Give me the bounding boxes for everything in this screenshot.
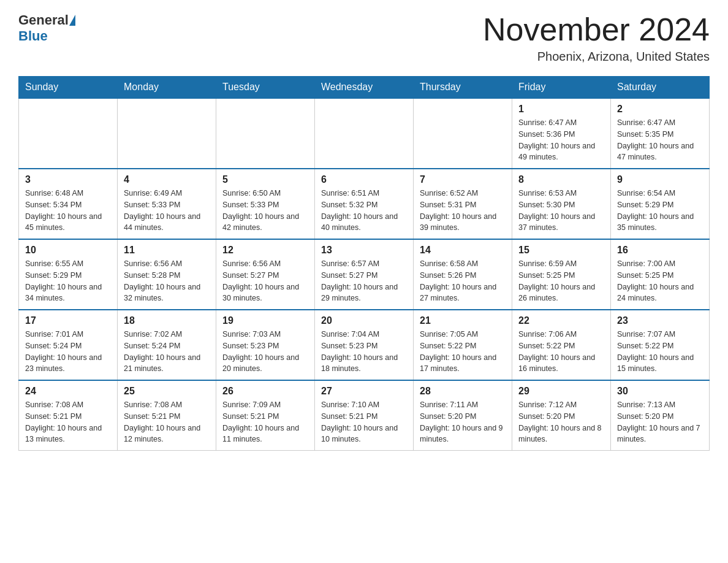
logo-triangle-icon xyxy=(69,15,75,26)
day-number: 2 xyxy=(617,104,703,115)
calendar-day-cell: 3Sunrise: 6:48 AM Sunset: 5:34 PM Daylig… xyxy=(19,169,118,239)
calendar-day-cell xyxy=(118,98,216,169)
day-info: Sunrise: 6:56 AM Sunset: 5:27 PM Dayligh… xyxy=(222,258,308,304)
calendar-day-cell: 22Sunrise: 7:06 AM Sunset: 5:22 PM Dayli… xyxy=(512,310,611,380)
day-info: Sunrise: 7:08 AM Sunset: 5:21 PM Dayligh… xyxy=(124,399,210,445)
day-number: 12 xyxy=(222,245,308,256)
day-number: 20 xyxy=(321,315,407,326)
calendar-week-row: 3Sunrise: 6:48 AM Sunset: 5:34 PM Daylig… xyxy=(19,169,710,239)
calendar-day-cell: 18Sunrise: 7:02 AM Sunset: 5:24 PM Dayli… xyxy=(118,310,216,380)
calendar-day-cell: 27Sunrise: 7:10 AM Sunset: 5:21 PM Dayli… xyxy=(315,380,414,451)
calendar-week-row: 24Sunrise: 7:08 AM Sunset: 5:21 PM Dayli… xyxy=(19,380,710,451)
day-info: Sunrise: 7:05 AM Sunset: 5:22 PM Dayligh… xyxy=(420,329,506,375)
calendar-day-cell: 26Sunrise: 7:09 AM Sunset: 5:21 PM Dayli… xyxy=(216,380,315,451)
day-number: 17 xyxy=(25,315,111,326)
day-number: 27 xyxy=(321,386,407,397)
calendar-day-cell: 30Sunrise: 7:13 AM Sunset: 5:20 PM Dayli… xyxy=(611,380,710,451)
calendar-day-cell: 20Sunrise: 7:04 AM Sunset: 5:23 PM Dayli… xyxy=(315,310,414,380)
day-info: Sunrise: 7:00 AM Sunset: 5:25 PM Dayligh… xyxy=(617,258,703,304)
day-number: 6 xyxy=(321,174,407,185)
calendar-day-cell: 28Sunrise: 7:11 AM Sunset: 5:20 PM Dayli… xyxy=(414,380,512,451)
calendar-table: SundayMondayTuesdayWednesdayThursdayFrid… xyxy=(18,76,710,451)
day-info: Sunrise: 6:47 AM Sunset: 5:35 PM Dayligh… xyxy=(617,117,703,163)
calendar-day-cell: 24Sunrise: 7:08 AM Sunset: 5:21 PM Dayli… xyxy=(19,380,118,451)
calendar-day-cell: 4Sunrise: 6:49 AM Sunset: 5:33 PM Daylig… xyxy=(118,169,216,239)
day-info: Sunrise: 7:04 AM Sunset: 5:23 PM Dayligh… xyxy=(321,329,407,375)
day-of-week-header: Thursday xyxy=(414,77,512,99)
month-title: November 2024 xyxy=(483,12,710,47)
day-info: Sunrise: 6:57 AM Sunset: 5:27 PM Dayligh… xyxy=(321,258,407,304)
calendar-day-cell: 17Sunrise: 7:01 AM Sunset: 5:24 PM Dayli… xyxy=(19,310,118,380)
day-info: Sunrise: 7:13 AM Sunset: 5:20 PM Dayligh… xyxy=(617,399,703,445)
day-of-week-header: Monday xyxy=(118,77,216,99)
day-info: Sunrise: 7:10 AM Sunset: 5:21 PM Dayligh… xyxy=(321,399,407,445)
day-of-week-header: Wednesday xyxy=(315,77,414,99)
calendar-day-cell xyxy=(414,98,512,169)
calendar-day-cell xyxy=(315,98,414,169)
calendar-day-cell: 5Sunrise: 6:50 AM Sunset: 5:33 PM Daylig… xyxy=(216,169,315,239)
day-info: Sunrise: 6:49 AM Sunset: 5:33 PM Dayligh… xyxy=(124,188,210,234)
day-number: 10 xyxy=(25,245,111,256)
calendar-day-cell: 8Sunrise: 6:53 AM Sunset: 5:30 PM Daylig… xyxy=(512,169,611,239)
day-number: 16 xyxy=(617,245,703,256)
day-info: Sunrise: 7:03 AM Sunset: 5:23 PM Dayligh… xyxy=(222,329,308,375)
calendar-day-cell: 12Sunrise: 6:56 AM Sunset: 5:27 PM Dayli… xyxy=(216,239,315,310)
day-of-week-header: Tuesday xyxy=(216,77,315,99)
calendar-header-row: SundayMondayTuesdayWednesdayThursdayFrid… xyxy=(19,77,710,99)
calendar-day-cell: 11Sunrise: 6:56 AM Sunset: 5:28 PM Dayli… xyxy=(118,239,216,310)
page-header: General Blue November 2024 Phoenix, Ariz… xyxy=(18,12,710,64)
calendar-day-cell xyxy=(19,98,118,169)
logo: General Blue xyxy=(18,12,76,44)
calendar-day-cell: 23Sunrise: 7:07 AM Sunset: 5:22 PM Dayli… xyxy=(611,310,710,380)
day-info: Sunrise: 6:50 AM Sunset: 5:33 PM Dayligh… xyxy=(222,188,308,234)
day-info: Sunrise: 7:02 AM Sunset: 5:24 PM Dayligh… xyxy=(124,329,210,375)
calendar-day-cell: 19Sunrise: 7:03 AM Sunset: 5:23 PM Dayli… xyxy=(216,310,315,380)
day-number: 18 xyxy=(124,315,210,326)
day-info: Sunrise: 7:12 AM Sunset: 5:20 PM Dayligh… xyxy=(518,399,604,445)
day-info: Sunrise: 7:06 AM Sunset: 5:22 PM Dayligh… xyxy=(518,329,604,375)
day-number: 3 xyxy=(25,174,111,185)
day-info: Sunrise: 7:11 AM Sunset: 5:20 PM Dayligh… xyxy=(420,399,506,445)
day-info: Sunrise: 6:51 AM Sunset: 5:32 PM Dayligh… xyxy=(321,188,407,234)
day-info: Sunrise: 6:58 AM Sunset: 5:26 PM Dayligh… xyxy=(420,258,506,304)
day-info: Sunrise: 6:52 AM Sunset: 5:31 PM Dayligh… xyxy=(420,188,506,234)
day-info: Sunrise: 7:09 AM Sunset: 5:21 PM Dayligh… xyxy=(222,399,308,445)
day-info: Sunrise: 6:59 AM Sunset: 5:25 PM Dayligh… xyxy=(518,258,604,304)
location-text: Phoenix, Arizona, United States xyxy=(483,50,710,64)
calendar-week-row: 1Sunrise: 6:47 AM Sunset: 5:36 PM Daylig… xyxy=(19,98,710,169)
day-number: 22 xyxy=(518,315,604,326)
calendar-week-row: 17Sunrise: 7:01 AM Sunset: 5:24 PM Dayli… xyxy=(19,310,710,380)
day-number: 30 xyxy=(617,386,703,397)
day-number: 8 xyxy=(518,174,604,185)
day-number: 28 xyxy=(420,386,506,397)
calendar-day-cell: 9Sunrise: 6:54 AM Sunset: 5:29 PM Daylig… xyxy=(611,169,710,239)
calendar-day-cell: 16Sunrise: 7:00 AM Sunset: 5:25 PM Dayli… xyxy=(611,239,710,310)
day-number: 5 xyxy=(222,174,308,185)
day-number: 14 xyxy=(420,245,506,256)
calendar-day-cell: 2Sunrise: 6:47 AM Sunset: 5:35 PM Daylig… xyxy=(611,98,710,169)
calendar-day-cell: 7Sunrise: 6:52 AM Sunset: 5:31 PM Daylig… xyxy=(414,169,512,239)
day-number: 29 xyxy=(518,386,604,397)
day-number: 13 xyxy=(321,245,407,256)
day-number: 4 xyxy=(124,174,210,185)
day-info: Sunrise: 7:08 AM Sunset: 5:21 PM Dayligh… xyxy=(25,399,111,445)
day-number: 25 xyxy=(124,386,210,397)
day-info: Sunrise: 6:48 AM Sunset: 5:34 PM Dayligh… xyxy=(25,188,111,234)
day-number: 15 xyxy=(518,245,604,256)
day-info: Sunrise: 6:55 AM Sunset: 5:29 PM Dayligh… xyxy=(25,258,111,304)
day-number: 9 xyxy=(617,174,703,185)
day-number: 1 xyxy=(518,104,604,115)
logo-general-text: General xyxy=(18,12,69,28)
calendar-day-cell: 15Sunrise: 6:59 AM Sunset: 5:25 PM Dayli… xyxy=(512,239,611,310)
calendar-day-cell: 25Sunrise: 7:08 AM Sunset: 5:21 PM Dayli… xyxy=(118,380,216,451)
calendar-day-cell: 14Sunrise: 6:58 AM Sunset: 5:26 PM Dayli… xyxy=(414,239,512,310)
day-number: 21 xyxy=(420,315,506,326)
calendar-day-cell: 29Sunrise: 7:12 AM Sunset: 5:20 PM Dayli… xyxy=(512,380,611,451)
day-number: 26 xyxy=(222,386,308,397)
day-info: Sunrise: 6:56 AM Sunset: 5:28 PM Dayligh… xyxy=(124,258,210,304)
calendar-day-cell: 13Sunrise: 6:57 AM Sunset: 5:27 PM Dayli… xyxy=(315,239,414,310)
calendar-day-cell: 21Sunrise: 7:05 AM Sunset: 5:22 PM Dayli… xyxy=(414,310,512,380)
day-number: 23 xyxy=(617,315,703,326)
title-block: November 2024 Phoenix, Arizona, United S… xyxy=(483,12,710,64)
day-info: Sunrise: 6:47 AM Sunset: 5:36 PM Dayligh… xyxy=(518,117,604,163)
